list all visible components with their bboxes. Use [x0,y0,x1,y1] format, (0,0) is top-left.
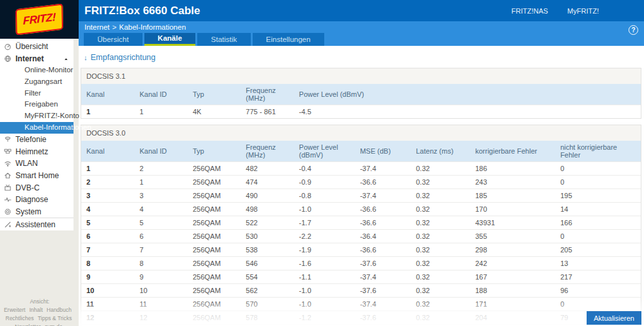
table-cell: -0.8 [294,189,355,203]
sidebar-item-label: Heimnetz [15,147,48,156]
table-cell: 256QAM [188,176,240,189]
footer-link-avm[interactable]: avm.de [44,323,63,326]
table-cell: 256QAM [188,270,240,284]
table-cell: 298 [470,243,555,257]
column-header: Typ [188,84,240,105]
sidebar-item-diagnose[interactable]: Diagnose [0,194,73,206]
table-cell: 6 [134,230,187,243]
sidebar-item-dvb-c[interactable]: DVB-C [0,181,73,194]
sidebar-item-telefonie[interactable]: Telefonie [0,134,73,146]
table-cell: 0.32 [411,176,470,189]
sidebar-subitem-kabel-informationen[interactable]: Kabel-Informationen [0,122,73,134]
table-row: 88256QAM546-1.6-37.60.3224213 [81,257,641,270]
table-cell: 0.32 [411,162,470,176]
table-cell: 256QAM [188,203,240,216]
sidebar-item-heimnetz[interactable]: Heimnetz [0,145,73,158]
table-cell: 0 [555,176,641,189]
table-cell: -1.7 [294,216,355,230]
table-cell: 530 [240,230,293,243]
table-row: 12256QAM482-0.4-37.40.321860 [81,162,641,176]
table-cell: 0.32 [411,189,470,203]
fritz-logo[interactable]: FRITZ! [15,3,63,35]
globe-icon [4,55,12,63]
footer-link-ansicht[interactable]: Ansicht: Erweitert [4,298,50,313]
column-header: Power Level (dBmV) [294,84,641,105]
footer-link-inhalt[interactable]: Inhalt [29,307,43,313]
fritznas-link[interactable]: FRITZ!NAS [511,7,548,15]
sidebar-item-internet[interactable]: Internet [0,53,73,65]
tab-kanaele[interactable]: Kanäle [144,33,196,46]
table-cell: 554 [240,270,293,284]
table-cell: -1.2 [294,311,355,325]
table-cell: 256QAM [188,284,240,298]
fritz-logo-text: FRITZ! [23,11,56,28]
table-cell: 6 [81,230,134,243]
column-header: Frequenz (MHz) [240,141,293,162]
table-cell: 0 [555,230,641,243]
sidebar-item-label: WLAN [15,159,38,168]
table-cell: -36.6 [355,176,411,189]
table-cell: 10 [134,284,187,298]
table-cell: 0.32 [411,230,470,243]
sidebar-item-system[interactable]: System [0,206,73,218]
table-cell: -37.6 [355,311,411,325]
table-cell: 7 [81,243,134,257]
table-cell: -37.4 [355,189,411,203]
tab-uebersicht[interactable]: Übersicht [84,33,142,46]
sidebar-subitem-myfritz-konto[interactable]: MyFRITZ!-Konto [0,110,73,122]
smart-home-icon [4,172,12,179]
sidebar-item-smart-home[interactable]: Smart Home [0,170,73,182]
table-cell: 0.32 [411,298,470,311]
column-header: Power Level (dBmV) [294,141,355,162]
table-cell: 7 [134,243,187,257]
refresh-button[interactable]: Aktualisieren [587,311,641,325]
diagnose-icon [4,196,12,203]
help-icon[interactable]: ? [629,25,638,35]
footer-link-newsletter[interactable]: Newsletter [15,323,41,326]
table-row: 21256QAM474-0.9-36.60.322430 [81,176,641,189]
table-cell: 256QAM [188,162,240,176]
sidebar-item-label: Diagnose [15,195,48,204]
myfritz-link[interactable]: MyFRITZ! [567,7,599,15]
sidebar-item-wlan[interactable]: WLAN [0,158,73,170]
table-cell: 256QAM [188,189,240,203]
device-title: FRITZ!Box 6660 Cable [79,5,200,17]
table-cell: 5 [134,216,187,230]
sidebar-subitem-zugangsart[interactable]: Zugangsart [0,76,73,88]
table-cell: -37.4 [355,298,411,311]
table-cell: 0.32 [411,257,470,270]
table-cell: -1.0 [294,284,355,298]
table-row: 77256QAM538-1.9-36.60.32298205 [81,243,641,257]
table-cell: 256QAM [188,216,240,230]
tab-einstellungen[interactable]: Einstellungen [253,33,324,46]
sidebar-item-uebersicht[interactable]: Übersicht [0,41,73,53]
sidebar-item-label: Internet [15,54,44,63]
network-icon [4,148,12,156]
table-cell: 522 [240,216,293,230]
phone-icon [4,136,12,143]
table-cell: -1.0 [294,298,355,311]
footer-link-handbuch[interactable]: Handbuch [46,307,72,313]
footer-link-tipps[interactable]: Tipps & Tricks [37,315,72,321]
table-cell: 4 [134,203,187,216]
tab-statistik[interactable]: Statistik [197,33,250,46]
sidebar-subitem-online-monitor[interactable]: Online-Monitor [0,65,73,76]
sidebar-subitem-filter[interactable]: Filter [0,88,73,99]
sidebar-subitem-freigaben[interactable]: Freigaben [0,99,73,110]
table-cell: -37.6 [355,284,411,298]
table-cell: 2 [134,162,187,176]
sidebar-item-assistenten[interactable]: Assistenten [0,218,73,230]
column-header: Typ [188,141,240,162]
footer-link-rechtliches[interactable]: Rechtliches [6,315,34,321]
footer-line: Ansicht: ErweitertInhaltHandbuch [0,298,77,314]
breadcrumb-parent[interactable]: Internet [84,23,110,31]
table-cell: 11 [81,298,134,311]
table-cell: 256QAM [188,298,240,311]
table-cell: -36.6 [355,243,411,257]
table-row: 114K775 - 861-4.5 [81,105,641,119]
column-header: Frequenz (MHz) [240,84,293,105]
overview-icon [4,43,12,50]
docsis30-table: KanalKanal IDTypFrequenz (MHz)Power Leve… [81,141,641,326]
column-header: Kanal [81,84,134,105]
table-cell: 538 [240,243,293,257]
